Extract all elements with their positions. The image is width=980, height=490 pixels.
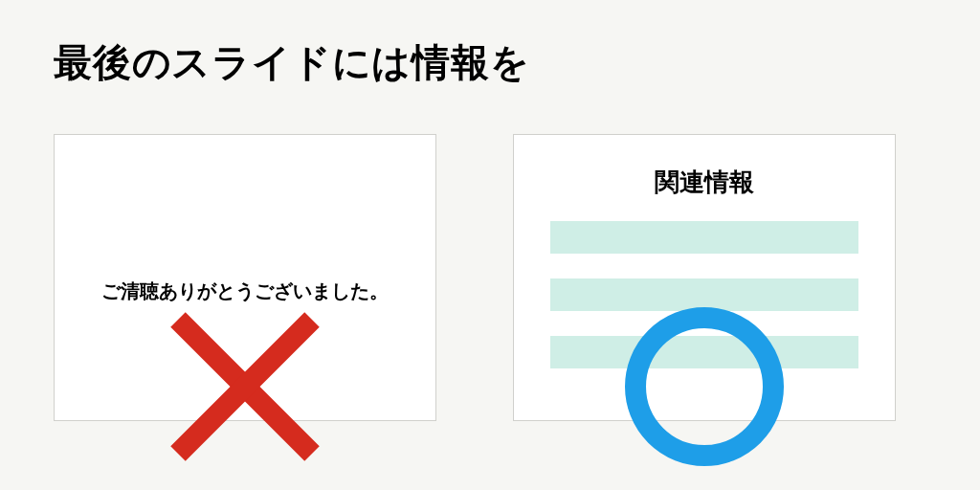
circle-icon bbox=[613, 296, 795, 478]
svg-line-0 bbox=[178, 320, 312, 454]
presentation-slide: 最後のスライドには情報を ご清聴ありがとうございました。 関連情報 bbox=[0, 0, 980, 490]
good-example-heading: 関連情報 bbox=[514, 166, 895, 199]
svg-line-1 bbox=[178, 320, 312, 454]
page-title: 最後のスライドには情報を bbox=[54, 36, 530, 89]
good-example-panel: 関連情報 bbox=[513, 134, 896, 421]
content-bar bbox=[550, 336, 858, 368]
content-bar bbox=[550, 278, 858, 311]
bad-example-text: ご清聴ありがとうございました。 bbox=[55, 278, 435, 304]
bad-example-panel: ご清聴ありがとうございました。 bbox=[54, 134, 436, 421]
cross-icon bbox=[154, 296, 336, 478]
content-bar bbox=[550, 221, 858, 254]
